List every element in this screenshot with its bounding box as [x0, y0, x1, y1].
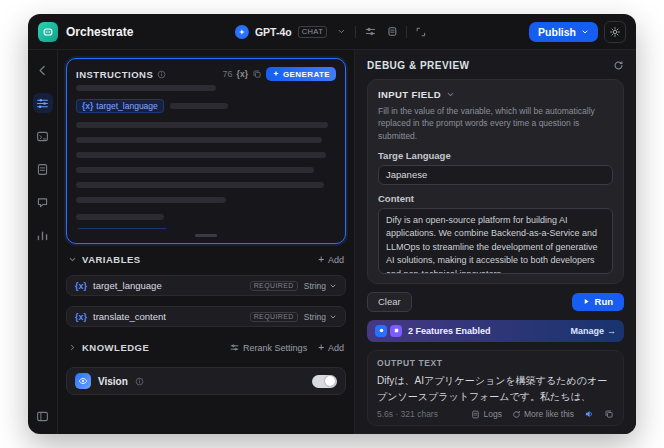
variable-type-label: String: [304, 281, 326, 291]
generate-button[interactable]: GENERATE: [266, 67, 336, 81]
output-section: OUTPUT TEXT Difyは、AIアプリケーションを構築するためのオープン…: [367, 350, 624, 426]
maximize-icon[interactable]: [413, 24, 429, 40]
sidebar-item-annotation[interactable]: [33, 192, 53, 212]
add-label: Add: [328, 343, 344, 353]
variable-chip[interactable]: {x}target_language: [76, 99, 164, 113]
prompt-log-icon[interactable]: [384, 24, 400, 40]
insert-variable-button[interactable]: {x}: [237, 69, 248, 79]
prompt-editor[interactable]: {x}target_language {x}translate_content: [76, 81, 336, 229]
vision-row: Vision: [66, 367, 346, 395]
model-provider-icon: [235, 25, 249, 39]
app-settings-button[interactable]: [604, 21, 626, 43]
clear-button[interactable]: Clear: [367, 292, 412, 312]
info-icon[interactable]: [135, 377, 144, 386]
variable-name: target_language: [93, 280, 162, 291]
plus-icon: +: [318, 343, 324, 353]
variable-type[interactable]: String: [304, 281, 337, 291]
rerank-settings-button[interactable]: Rerank Settings: [230, 343, 307, 353]
instructions-card: INSTRUCTIONS 76 {x} GENERATE: [66, 58, 346, 244]
variables-section-header: VARIABLES +Add: [68, 254, 344, 265]
target-language-label: Targe Language: [378, 150, 613, 161]
required-badge: REQUIRED: [250, 312, 298, 322]
input-field-header[interactable]: INPUT FIELD: [378, 89, 613, 100]
add-knowledge-button[interactable]: +Add: [318, 343, 344, 353]
orchestrate-panel: INSTRUCTIONS 76 {x} GENERATE: [58, 50, 354, 434]
chevron-down-icon[interactable]: [68, 255, 77, 264]
features-count: 2 Features Enabled: [408, 326, 491, 336]
more-like-this-label: More like this: [524, 409, 574, 419]
resize-handle[interactable]: [195, 234, 217, 237]
variable-chip[interactable]: {x}translate_content: [76, 228, 168, 229]
sidebar-item-api[interactable]: [33, 126, 53, 146]
variable-prefix: {x}: [75, 281, 87, 291]
gear-icon: [609, 26, 621, 38]
bar-chart-icon: [36, 229, 49, 242]
sidebar-item-monitoring[interactable]: [33, 225, 53, 245]
feature-icon: [390, 325, 402, 337]
chevron-down-icon: [581, 28, 589, 36]
features-enabled-bar[interactable]: 2 Features Enabled Manage →: [367, 320, 624, 342]
run-button[interactable]: Run: [572, 293, 624, 311]
sliders-icon: [230, 343, 239, 352]
chevron-down-icon[interactable]: [333, 24, 349, 40]
instructions-title: INSTRUCTIONS: [76, 69, 153, 80]
target-language-input[interactable]: Japanese: [378, 165, 613, 185]
vision-icon: [75, 373, 91, 389]
chat-bubble-icon: [36, 196, 49, 209]
plus-icon: +: [318, 255, 324, 265]
sidebar-item-logs[interactable]: [33, 159, 53, 179]
toolbar-divider: [406, 26, 407, 38]
generate-label: GENERATE: [283, 70, 330, 79]
publish-button[interactable]: Publish: [529, 22, 598, 42]
collapse-panel-button[interactable]: [33, 406, 53, 426]
vision-toggle[interactable]: [312, 375, 337, 388]
page-title: Orchestrate: [66, 25, 133, 39]
text-to-speech-button[interactable]: [584, 409, 594, 419]
sparkle-icon: [272, 70, 280, 78]
restart-button[interactable]: [613, 60, 624, 71]
add-variable-button[interactable]: +Add: [318, 255, 344, 265]
logs-button[interactable]: Logs: [471, 409, 501, 419]
variable-row-target-language[interactable]: {x} target_language REQUIRED String: [66, 275, 346, 296]
rerank-settings-label: Rerank Settings: [243, 343, 307, 353]
model-toolbar: GPT-4o CHAT: [235, 24, 429, 40]
publish-label: Publish: [538, 26, 576, 38]
logs-label: Logs: [483, 409, 501, 419]
copy-output-button[interactable]: [604, 409, 614, 419]
char-count: 76: [223, 69, 233, 79]
variable-type-label: String: [304, 312, 326, 322]
input-field-title: INPUT FIELD: [378, 89, 441, 100]
variable-prefix: {x}: [75, 312, 87, 322]
variable-type[interactable]: String: [304, 312, 337, 322]
toolbar-divider: [355, 26, 356, 38]
terminal-icon: [36, 130, 49, 143]
chevron-down-icon: [329, 313, 337, 321]
variable-chip-label: target_language: [96, 101, 157, 111]
chevron-right-icon[interactable]: [68, 343, 77, 352]
variable-row-translate-content[interactable]: {x} translate_content REQUIRED String: [66, 306, 346, 327]
run-label: Run: [595, 296, 613, 307]
document-icon: [471, 410, 480, 419]
model-settings-icon[interactable]: [362, 24, 378, 40]
info-icon[interactable]: [157, 70, 166, 79]
output-title: OUTPUT TEXT: [377, 358, 614, 368]
more-like-this-button[interactable]: More like this: [512, 409, 574, 419]
panel-toggle-icon: [36, 410, 49, 423]
copy-icon[interactable]: [252, 69, 262, 79]
arrow-left-icon: [36, 64, 49, 77]
variable-name: translate_content: [93, 311, 166, 322]
sidebar-item-back[interactable]: [33, 60, 53, 80]
sidebar-item-orchestrate[interactable]: [33, 93, 53, 113]
debug-header: DEBUG & PREVIEW: [367, 60, 624, 71]
knowledge-title: KNOWLEDGE: [82, 342, 149, 353]
manage-features-button[interactable]: Manage →: [570, 326, 616, 336]
knowledge-section-header: KNOWLEDGE Rerank Settings +Add: [68, 342, 344, 353]
content-textarea[interactable]: Dify is an open-source platform for buil…: [378, 208, 613, 274]
manage-label: Manage: [570, 326, 604, 336]
input-field-description: Fill in the value of the variable, which…: [378, 105, 613, 142]
model-name[interactable]: GPT-4o: [255, 26, 292, 38]
content-label: Content: [378, 193, 613, 204]
app-logo-icon[interactable]: [38, 22, 58, 42]
chevron-down-icon: [446, 90, 455, 99]
output-text: Difyは、AIアプリケーションを構築するためのオープンソースプラットフォームで…: [377, 373, 614, 404]
